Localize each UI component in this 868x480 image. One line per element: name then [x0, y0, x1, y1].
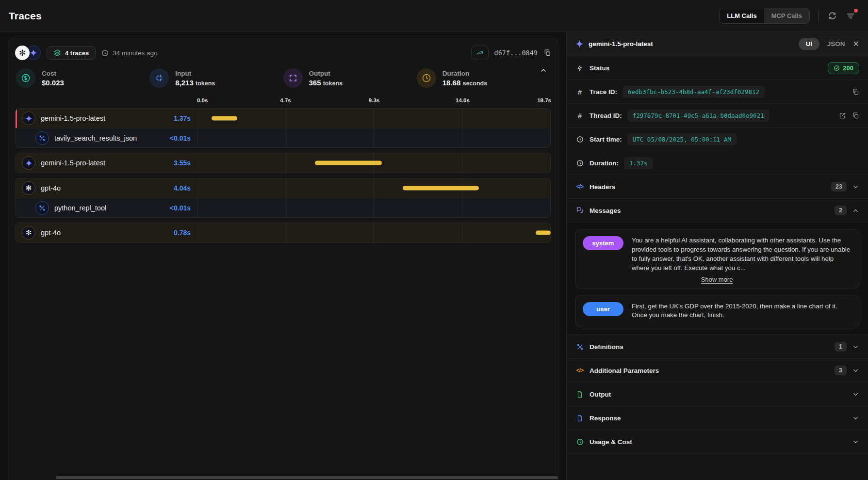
message-text: You are a helpful AI assistant, collabor…: [632, 236, 851, 273]
stat-input: Input 8,213 tokens: [149, 68, 283, 88]
openai-logo-icon: ✻: [15, 46, 30, 60]
trace-time-ago: 34 minutes ago: [101, 49, 157, 57]
view-tab-json[interactable]: JSON: [827, 40, 845, 48]
role-badge-system: system: [583, 236, 623, 250]
detail-panel: gemini-1.5-pro-latest UI JSON ✕ Status: [566, 32, 868, 480]
top-bar: Traces LLM Calls MCP Calls: [0, 0, 868, 32]
section-output[interactable]: Output: [567, 383, 868, 406]
app-window: Traces LLM Calls MCP Calls: [0, 0, 868, 480]
span-row-gpt4o-2[interactable]: ✻ gpt-4o 0.78s: [16, 223, 551, 242]
span-group-card: ✻ gpt-4o 0.78s: [15, 223, 551, 243]
refresh-button[interactable]: [828, 11, 837, 20]
gemini-icon: [575, 40, 584, 48]
horizontal-scrollbar[interactable]: [56, 476, 558, 479]
span-duration: 3.55s: [174, 159, 197, 167]
axis-tick: 4.7s: [280, 97, 291, 103]
chevron-down-icon: [852, 367, 859, 374]
section-usage-cost[interactable]: Usage & Cost: [567, 430, 868, 454]
clock-icon: [417, 68, 436, 88]
detail-title: gemini-1.5-pro-latest: [589, 40, 653, 48]
hash-icon: #: [575, 88, 584, 96]
code-icon: </>: [575, 183, 584, 190]
span-name: tavily_search_results_json: [54, 134, 137, 142]
traces-count-badge[interactable]: 4 traces: [47, 46, 96, 60]
span-duration: <0.01s: [170, 204, 197, 212]
axis-tick: 14.0s: [456, 97, 470, 103]
section-response[interactable]: Response: [567, 406, 868, 430]
show-more-link[interactable]: Show more: [583, 276, 851, 283]
copy-trace-id-button[interactable]: [852, 88, 859, 96]
span-row-python-repl[interactable]: python_repl_tool <0.01s: [16, 198, 551, 217]
span-bar: [212, 116, 237, 121]
page-title: Traces: [9, 10, 42, 22]
role-badge-user: user: [583, 302, 623, 316]
timeline-cell: [197, 128, 551, 147]
close-icon[interactable]: ✕: [853, 39, 859, 48]
view-tab-ui[interactable]: UI: [799, 38, 819, 50]
chevron-down-icon: [852, 438, 859, 446]
tab-llm-calls[interactable]: LLM Calls: [720, 8, 764, 23]
chart-button[interactable]: [471, 46, 489, 60]
span-row-tavily[interactable]: tavily_search_results_json <0.01s: [16, 128, 551, 147]
openai-avatar-icon: ✻: [22, 181, 35, 195]
span-duration: <0.01s: [170, 134, 197, 142]
provider-avatars: ✻: [15, 46, 41, 60]
chat-bubbles-icon: [575, 207, 584, 214]
copy-trace-ref-button[interactable]: [543, 49, 551, 57]
traces-pane: ✻ 4 traces: [0, 32, 566, 480]
span-name: gpt-4o: [41, 229, 61, 237]
definitions-count-badge: 1: [835, 342, 847, 352]
span-name: gemini-1.5-pro-latest: [41, 159, 105, 167]
trace-group-card: ✻ 4 traces: [8, 38, 558, 480]
collapse-group-button[interactable]: [540, 66, 547, 74]
span-group-card: gemini-1.5-pro-latest 3.55s: [15, 153, 551, 173]
copy-thread-id-button[interactable]: [852, 112, 859, 119]
detail-header: gemini-1.5-pro-latest UI JSON ✕: [567, 32, 868, 56]
message-card-system: system You are a helpful AI assistant, c…: [575, 229, 859, 288]
gemini-avatar-icon: [22, 112, 35, 125]
tab-mcp-calls[interactable]: MCP Calls: [764, 8, 809, 23]
clock-icon: [575, 136, 584, 143]
notification-dot: [854, 9, 858, 13]
chevron-down-icon: [852, 391, 859, 398]
copy-icon: [852, 112, 859, 119]
trace-summary-row: ✻ 4 traces: [15, 42, 551, 64]
external-link-icon: [839, 112, 846, 119]
timeline-cell: [197, 198, 551, 217]
status-badge: 200: [828, 62, 859, 74]
timeline-cell: [197, 223, 551, 242]
filter-icon: [846, 11, 855, 21]
span-row-gpt4o-1[interactable]: ✻ gpt-4o 4.04s: [16, 178, 551, 198]
divider: [819, 10, 819, 22]
span-duration: 1.37s: [174, 114, 197, 122]
filter-button[interactable]: [846, 11, 855, 21]
dollar-icon: [16, 68, 35, 88]
arrows-out-icon: [283, 68, 303, 88]
chevron-down-icon: [852, 343, 859, 351]
span-row-gemini-1[interactable]: gemini-1.5-pro-latest 1.37s: [16, 109, 551, 128]
open-thread-button[interactable]: [839, 112, 846, 119]
span-row-gemini-2[interactable]: gemini-1.5-pro-latest 3.55s: [16, 153, 551, 173]
clock-icon: [575, 160, 584, 167]
duration-value: 1.37s: [624, 157, 653, 169]
section-additional-parameters[interactable]: </> Additional Parameters 3: [567, 359, 868, 383]
chevron-up-icon: [540, 66, 547, 74]
tool-icon: [35, 131, 49, 145]
section-messages[interactable]: Messages 2: [567, 199, 868, 223]
start-time-value: UTC 05/08/2025, 05:00:11 AM: [627, 133, 737, 145]
span-name: gpt-4o: [41, 184, 61, 192]
trending-up-icon: [476, 49, 484, 57]
trace-id-value: 6edb3fbc-b523-4b8d-aa4f-af23df029812: [622, 86, 765, 98]
gemini-avatar-icon: [22, 156, 35, 170]
refresh-icon: [828, 11, 837, 20]
calls-toggle: LLM Calls MCP Calls: [719, 8, 810, 24]
stat-output: Output 365 tokens: [283, 68, 417, 88]
section-headers[interactable]: </> Headers 23: [567, 175, 868, 199]
section-definitions[interactable]: Definitions 1: [567, 335, 868, 359]
hash-icon: #: [575, 112, 584, 120]
chevron-down-icon: [852, 415, 859, 422]
span-group-card: ✻ gpt-4o 4.04s: [15, 178, 551, 218]
timeline-cell: [197, 153, 551, 173]
code-icon: </>: [575, 367, 584, 374]
span-bar: [536, 231, 551, 235]
